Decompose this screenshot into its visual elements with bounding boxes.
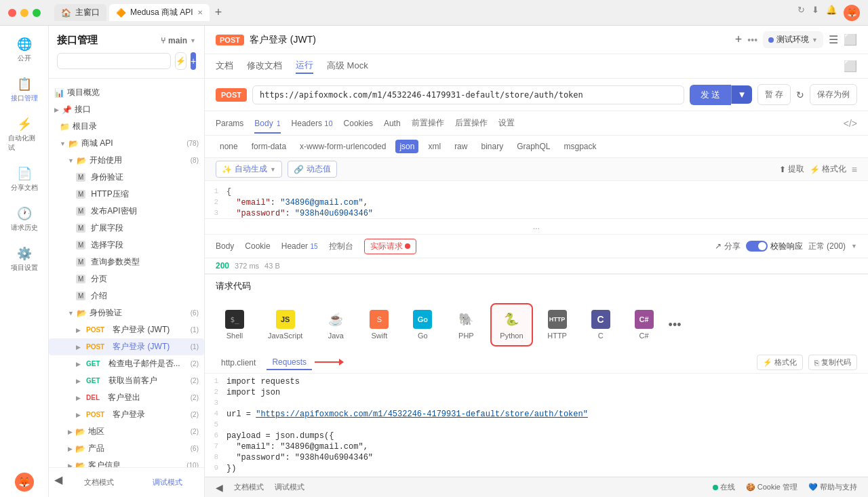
params-tab-pre-ops[interactable]: 前置操作 — [412, 112, 444, 134]
tree-item-auth-doc[interactable]: M身份验证 — [49, 169, 204, 186]
doc-mode-button[interactable]: 文档模式 — [68, 473, 131, 492]
tree-item-api-key[interactable]: M发布API密钥 — [49, 203, 204, 220]
tree-group-products[interactable]: ▶ 📂 产品 (6) — [49, 440, 204, 457]
url-input[interactable] — [252, 85, 684, 104]
code-sub-tab-http-client[interactable]: http.client — [216, 356, 261, 370]
params-tab-post-ops[interactable]: 后置操作 — [455, 112, 488, 134]
python-code-display[interactable]: 1 import requests 2 import json 3 4 url … — [205, 374, 868, 477]
resp-tab-actual-request[interactable]: 实际请求 — [364, 239, 416, 254]
user-avatar-sidebar[interactable]: 🦊 — [15, 473, 34, 492]
params-tab-cookies[interactable]: Cookies — [344, 113, 373, 134]
save-example-button[interactable]: 保存为例 — [810, 84, 857, 105]
params-tab-auth[interactable]: Auth — [384, 113, 401, 134]
lang-php[interactable]: 🐘 PHP — [447, 304, 485, 346]
nav-prev-icon[interactable]: ◀ — [216, 482, 223, 493]
code-sub-tab-requests[interactable]: Requests — [267, 355, 312, 370]
filter-button[interactable]: ⚡ — [175, 52, 186, 70]
lang-java[interactable]: ☕ Java — [317, 304, 355, 346]
body-type-msgpack[interactable]: msgpack — [560, 140, 601, 153]
search-input[interactable] — [57, 53, 171, 69]
params-tab-headers[interactable]: Headers 10 — [292, 113, 333, 134]
sidebar-item-settings[interactable]: ⚙️ 项目设置 — [4, 241, 45, 278]
lang-c[interactable]: C C — [582, 304, 620, 346]
tree-item-select-field[interactable]: M选择字段 — [49, 237, 204, 254]
tab-edit-docs[interactable]: 修改文档 — [247, 60, 282, 73]
help-button[interactable]: 💙 帮助与支持 — [808, 482, 857, 492]
resp-tab-cookie[interactable]: Cookie — [245, 236, 277, 256]
status-chevron-icon[interactable]: ▼ — [851, 243, 857, 250]
save-temp-button[interactable]: 暂 存 — [757, 84, 791, 105]
tree-item-get-customer[interactable]: ▶ GET 获取当前客户 (2) — [49, 372, 204, 389]
tab-advanced-mock[interactable]: 高级 Mock — [327, 60, 368, 73]
tree-item-login-jwt-2[interactable]: ▶ POST 客户登录 (JWT) (1) — [49, 338, 204, 355]
debug-mode-bottom-btn[interactable]: 调试模式 — [275, 482, 304, 492]
resp-tab-header[interactable]: Header 15 — [281, 236, 325, 256]
more-options-icon[interactable]: ••• — [747, 35, 757, 45]
lang-csharp[interactable]: C# C# — [625, 304, 663, 346]
body-type-graphql[interactable]: GraphQL — [513, 140, 554, 153]
tab-home[interactable]: 🏠 主窗口 — [54, 4, 106, 21]
tree-group-customer-info[interactable]: ▶ 📂 客户信息 (10) — [49, 457, 204, 467]
resp-tab-console[interactable]: 控制台 — [329, 235, 360, 258]
tree-item-logout[interactable]: ▶ DEL 客户登出 (2) — [49, 389, 204, 406]
body-code-editor[interactable]: 1 { 2 "email": "34896@gmail.com", 3 "pas… — [205, 181, 868, 219]
lang-http[interactable]: HTTP HTTP — [538, 304, 576, 346]
params-tab-settings[interactable]: 设置 — [498, 112, 515, 134]
sidebar-item-history[interactable]: 🕐 请求历史 — [4, 201, 45, 238]
tree-item-http-compress[interactable]: MHTTP压缩 — [49, 186, 204, 203]
send-main-button[interactable]: 发 送 — [690, 85, 732, 105]
body-type-urlencoded[interactable]: x-www-form-urlencoded — [296, 140, 390, 153]
lang-javascript[interactable]: JS JavaScript — [259, 304, 311, 346]
tree-item-pagination[interactable]: M分页 — [49, 271, 204, 287]
send-dropdown-button[interactable]: ▼ — [731, 85, 751, 104]
close-button[interactable] — [8, 9, 16, 17]
user-avatar[interactable]: 🦊 — [844, 5, 860, 21]
tab-run[interactable]: 运行 — [296, 59, 313, 74]
tree-item-login-jwt-1[interactable]: ▶ POST 客户登录 (JWT) (1) — [49, 321, 204, 338]
format-button[interactable]: ⚡ 格式化 — [810, 163, 846, 175]
more-langs-icon[interactable]: ••• — [669, 318, 682, 332]
debug-mode-button[interactable]: 调试模式 — [136, 473, 199, 492]
tab-api[interactable]: 🔶 Medusa 商城 API ✕ — [109, 4, 210, 21]
minimize-button[interactable] — [20, 9, 28, 17]
tree-group-identity[interactable]: ▼ 📂 身份验证 (6) — [49, 304, 204, 321]
body-type-xml[interactable]: xml — [424, 140, 445, 153]
tree-root-dir[interactable]: 📁 根目录 — [49, 118, 204, 135]
nav-left-arrow[interactable]: ◀ — [54, 473, 62, 492]
add-tab-icon[interactable]: + — [735, 33, 743, 47]
tab-docs[interactable]: 文档 — [216, 60, 233, 73]
branch-selector[interactable]: ⑂ main ▼ — [161, 36, 196, 45]
tree-project-overview[interactable]: 📊 项目概览 — [49, 84, 204, 101]
tree-group-region[interactable]: ▶ 📂 地区 (2) — [49, 423, 204, 440]
body-type-raw[interactable]: raw — [450, 140, 471, 153]
tree-api-section[interactable]: ▶ 📌 接口 — [49, 101, 204, 118]
expand-icon[interactable]: ⬜ — [844, 33, 857, 46]
sidebar-item-public[interactable]: 🌐 公开 — [4, 31, 45, 68]
download-icon[interactable]: ⬇ — [812, 5, 819, 21]
cookie-mgmt-button[interactable]: 🍪 Cookie 管理 — [746, 482, 797, 492]
share-button[interactable]: ↗ 分享 — [715, 241, 741, 252]
body-type-json[interactable]: json — [395, 140, 418, 153]
lang-go[interactable]: Go Go — [403, 304, 441, 346]
sidebar-item-share-doc[interactable]: 📄 分享文档 — [4, 161, 45, 198]
tree-item-query-params[interactable]: M查询参数类型 — [49, 254, 204, 271]
code-format-button[interactable]: ⚡ 格式化 — [757, 355, 803, 370]
lang-shell[interactable]: $_ Shell — [216, 304, 254, 346]
params-tab-params[interactable]: Params — [216, 113, 243, 134]
doc-mode-bottom-btn[interactable]: 文档模式 — [234, 482, 264, 492]
bell-icon[interactable]: 🔔 — [826, 5, 837, 21]
body-type-binary[interactable]: binary — [477, 140, 507, 153]
code-view-icon[interactable]: </> — [844, 118, 857, 129]
lang-python[interactable]: 🐍 Python — [490, 303, 532, 346]
expand-panel-icon[interactable]: ⬜ — [844, 60, 857, 73]
extract-button[interactable]: ⬆ 提取 — [779, 163, 804, 175]
tree-item-login[interactable]: ▶ POST 客户登录 (2) — [49, 406, 204, 423]
tab-close-icon[interactable]: ✕ — [197, 9, 203, 16]
main-menu-icon[interactable]: ☰ — [829, 33, 838, 46]
sidebar-item-auto-test[interactable]: ⚡ 自动化测试 — [4, 111, 45, 158]
add-api-button[interactable]: + — [191, 52, 196, 70]
dynamic-val-button[interactable]: 🔗 动态值 — [288, 161, 337, 178]
maximize-button[interactable] — [33, 9, 41, 17]
tree-item-extend-field[interactable]: M扩展字段 — [49, 220, 204, 237]
refresh-icon[interactable]: ↻ — [797, 5, 805, 21]
